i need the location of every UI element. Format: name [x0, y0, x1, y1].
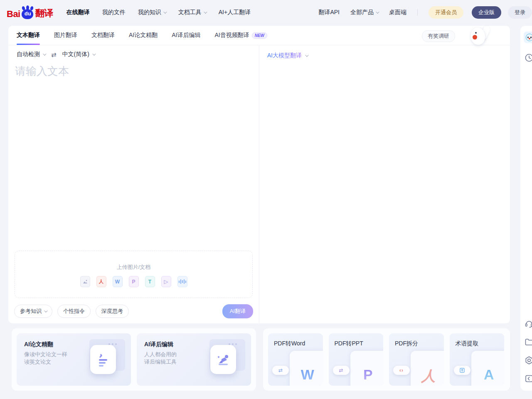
- history-icon[interactable]: [524, 53, 532, 63]
- right-sidebar: [520, 26, 532, 391]
- chevron-down-icon: [92, 52, 96, 55]
- tab-ai-post-edit[interactable]: AI译后编辑: [172, 26, 200, 45]
- source-text-area-wrap: [15, 64, 252, 247]
- convert-icon: ⇄: [333, 366, 350, 375]
- files-folder-icon[interactable]: [524, 337, 532, 347]
- nav-online-translate[interactable]: 在线翻译: [66, 9, 90, 16]
- tab-ai-audio-video-translate[interactable]: AI音视频翻译 NEW: [214, 26, 267, 45]
- tab-text-translate[interactable]: 文本翻译: [17, 26, 40, 45]
- ai-model-select[interactable]: AI大模型翻译: [267, 52, 308, 59]
- nav-desktop-app[interactable]: 桌面端: [389, 9, 406, 16]
- file-type-chips: 人 W P T ▷: [15, 276, 252, 287]
- chevron-down-icon: [163, 10, 167, 13]
- ai-translate-button[interactable]: AI翻译: [222, 304, 253, 318]
- pdf-file-icon: 人: [96, 276, 106, 287]
- promo-card-pdf-split[interactable]: PDF拆分 人 ‹›: [389, 333, 444, 386]
- deep-think-button[interactable]: 深度思考: [96, 305, 129, 318]
- customer-service-icon[interactable]: [524, 319, 532, 329]
- decorative-page: A: [471, 351, 505, 386]
- txt-file-icon: T: [145, 276, 155, 287]
- video-file-icon: ▷: [161, 276, 171, 287]
- word-letter-icon: W: [301, 367, 314, 383]
- header-divider: [417, 9, 418, 16]
- custom-instruction-button[interactable]: 个性指令: [57, 305, 91, 318]
- baidu-translate-logo[interactable]: Bai du 翻译: [7, 5, 53, 20]
- upload-dropzone[interactable]: 上传图片/文档 人 W P T ▷: [15, 251, 253, 298]
- nav-all-products[interactable]: 全部产品: [350, 9, 378, 16]
- translator-tabbar: 文本翻译 图片翻译 文档翻译 AI论文精翻 AI译后编辑 AI音视频翻译 NEW…: [8, 26, 510, 45]
- promo-title: PDF转PPT: [335, 340, 363, 347]
- nav-doc-tools[interactable]: 文档工具: [178, 9, 206, 16]
- ppt-file-icon: P: [129, 276, 139, 287]
- collapse-panel-icon[interactable]: [524, 374, 532, 384]
- promo-title: PDF转Word: [274, 340, 305, 347]
- promo-card-pdf-to-word[interactable]: PDF转Word W ⇄: [268, 333, 323, 386]
- decorative-page: W: [290, 351, 323, 386]
- baidu-translate-page: Bai du 翻译 在线翻译 我的文件 我的知识 文档工具 AI+人工翻译 翻译…: [0, 0, 532, 399]
- chevron-down-icon: [43, 52, 46, 55]
- logo-text-bai: Bai: [7, 9, 20, 20]
- tab-document-translate[interactable]: 文档翻译: [91, 26, 115, 45]
- audio-file-icon: [177, 276, 187, 287]
- promo-title: AI论文精翻: [24, 341, 53, 348]
- ai-assistant-icon[interactable]: [524, 32, 532, 43]
- promo-group-right: PDF转Word W ⇄ PDF转PPT P ⇄ PDF拆分 人 ‹› 术语提取…: [263, 328, 510, 391]
- language-selector-row: 自动检测 ⇄ 中文(简体): [17, 51, 95, 58]
- enterprise-button[interactable]: 企业版: [472, 6, 501, 19]
- pencil-sparkle-icon: [210, 345, 236, 374]
- source-text-input[interactable]: [15, 64, 252, 247]
- promo-title: 术语提取: [456, 340, 479, 347]
- source-language-select[interactable]: 自动检测: [17, 51, 45, 58]
- chevron-down-icon: [376, 10, 379, 13]
- nav-my-knowledge[interactable]: 我的知识: [138, 9, 166, 16]
- panel-divider: [259, 45, 259, 323]
- vip-membership-button[interactable]: 开通会员: [429, 6, 463, 19]
- promo-card-ai-post-edit[interactable]: AI译后编辑 人人都会用的 译后编辑工具: [137, 333, 251, 386]
- swap-languages-button[interactable]: ⇄: [51, 52, 57, 58]
- target-language-select[interactable]: 中文(简体): [62, 51, 95, 58]
- promo-title: PDF拆分: [395, 340, 418, 347]
- translator-card: 文本翻译 图片翻译 文档翻译 AI论文精翻 AI译后编辑 AI音视频翻译 NEW…: [8, 26, 510, 323]
- promo-title: AI译后编辑: [144, 341, 173, 348]
- chevron-down-icon: [204, 10, 207, 13]
- translate-action-row: 参考知识 个性指令 深度思考 AI翻译: [14, 304, 253, 318]
- reference-knowledge-button[interactable]: 参考知识: [14, 305, 52, 318]
- top-header: Bai du 翻译 在线翻译 我的文件 我的知识 文档工具 AI+人工翻译 翻译…: [0, 0, 532, 25]
- header-right: 翻译API 全部产品 桌面端 开通会员 企业版 登录: [318, 6, 532, 19]
- logo-text-fanyi: 翻译: [35, 7, 53, 20]
- promo-card-pdf-to-ppt[interactable]: PDF转PPT P ⇄: [329, 333, 384, 386]
- nav-ai-human-translate[interactable]: AI+人工翻译: [219, 9, 251, 16]
- baidu-paw-icon: du: [21, 5, 35, 20]
- promo-desc: 像读中文论文一样 读英文论文: [24, 351, 67, 366]
- word-file-icon: W: [113, 276, 123, 287]
- decorative-page: 人: [411, 351, 444, 386]
- chevron-down-icon: [44, 309, 47, 312]
- term-letter-icon: A: [484, 367, 494, 383]
- new-badge: NEW: [252, 32, 267, 39]
- split-icon: ‹›: [393, 366, 410, 375]
- chevron-down-icon: [305, 53, 308, 57]
- login-button[interactable]: 登录: [508, 6, 532, 19]
- image-file-icon: [80, 276, 90, 287]
- nav-translate-api[interactable]: 翻译API: [318, 9, 340, 16]
- promo-card-ai-paper[interactable]: AI论文精翻 像读中文论文一样 读英文论文: [17, 333, 131, 386]
- tab-ai-paper-translate[interactable]: AI论文精翻: [129, 26, 158, 45]
- survey-button[interactable]: 有奖调研: [422, 30, 455, 42]
- main-nav: 在线翻译 我的文件 我的知识 文档工具 AI+人工翻译: [66, 9, 251, 16]
- convert-icon: ⇄: [272, 366, 289, 375]
- nav-my-files[interactable]: 我的文件: [102, 9, 126, 16]
- upload-label: 上传图片/文档: [15, 264, 252, 271]
- active-tab-underline: [17, 44, 40, 45]
- tab-image-translate[interactable]: 图片翻译: [54, 26, 77, 45]
- promo-group-left: AI论文精翻 像读中文论文一样 读英文论文 AI译后编辑 人人都会用的: [12, 328, 256, 391]
- doc-sparkle-icon: [90, 345, 116, 374]
- decorative-page: P: [350, 351, 384, 386]
- settings-icon[interactable]: [524, 355, 532, 365]
- promo-desc: 人人都会用的 译后编辑工具: [144, 351, 177, 366]
- promo-card-term-extract[interactable]: 术语提取 A: [450, 333, 505, 386]
- extract-icon: [454, 366, 470, 375]
- mascot-character: [465, 27, 493, 45]
- ppt-letter-icon: P: [363, 367, 373, 383]
- pdf-logo-icon: 人: [421, 367, 436, 386]
- logo-text-du: du: [23, 10, 33, 17]
